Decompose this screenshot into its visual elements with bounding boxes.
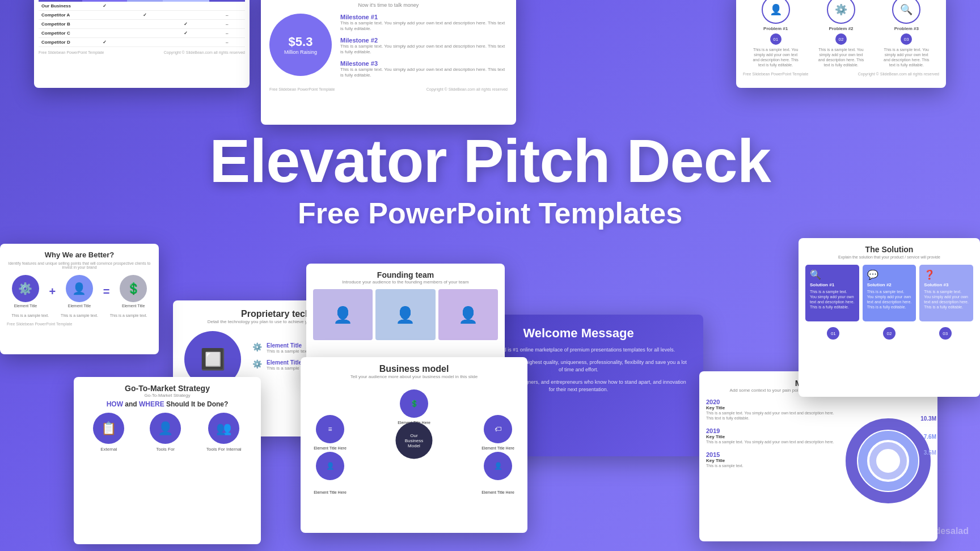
solution-card-1-title: Solution #1 [810, 282, 855, 287]
solution-card-3-text: This is a sample text. You simply add yo… [924, 289, 969, 310]
better-desc-1: This is a sample text. [11, 313, 49, 317]
main-title-area: Elevator Pitch Deck Free PowerPoint Temp… [209, 130, 770, 230]
milestones-circle: $5.3 Million Raising [269, 14, 332, 76]
biz-node-btm-right: 👤 [484, 452, 512, 480]
problem-1-desc: This is a sample text. You simply add yo… [750, 47, 801, 67]
better-desc-3: This is a sample text. [110, 313, 147, 317]
milestone-2-title: Milestone #2 [340, 37, 508, 44]
better-icon-2: 👤 [66, 275, 93, 302]
gtm-icon-2: 👤 Tools For [150, 413, 181, 452]
milestones-footer-right: Copyright © SlideBean.com all rights res… [426, 87, 508, 91]
solution-cards: 🔍 Solution #1 This is a sample text. You… [805, 265, 973, 321]
founding-subtitle: Introduce your audience to the founding … [313, 279, 498, 285]
problems-footer-right: Copyright © SlideBean.com all rights res… [858, 72, 939, 76]
solution-card-1-text: This is a sample text. You simply add yo… [810, 289, 855, 310]
market-year-2020: 2020 Key Title This is a sample text. Yo… [706, 399, 840, 421]
slide-business: Business model Tell your audience more a… [301, 357, 527, 533]
founding-title: Founding team [313, 270, 498, 279]
biz-subtitle: Tell your audience more about your busin… [307, 374, 521, 379]
better-label-1: Element Title [14, 304, 37, 308]
market-list: 2020 Key Title This is a sample text. Yo… [706, 399, 840, 514]
problem-2-box: ⚙️ Problem #2 02 This is a sample text. … [816, 0, 867, 67]
better-plus: + [49, 285, 56, 298]
gtm-question: HOW and WHERE Should It be Done? [81, 400, 254, 408]
gtm-circle-3: 👥 [208, 413, 239, 444]
problem-1-num: 01 [770, 33, 782, 45]
market-year-2015: 2015 Key Title This is a sample text. [706, 451, 840, 468]
better-label-3: Element Title [122, 304, 145, 308]
gtm-circle-1: 📋 [93, 413, 124, 444]
problem-2-icon: ⚙️ [827, 0, 855, 24]
problem-2-num: 02 [835, 33, 847, 45]
biz-title: Business model [307, 364, 521, 374]
comp-footer-right: Copyright © SlideBean.com all rights res… [164, 50, 245, 54]
biz-center: Our Business Model [396, 422, 433, 459]
biz-node-right-label: Element Title Here [478, 446, 518, 450]
solution-card-2-icon: 💬 [867, 269, 912, 280]
slide-problems: 👤 Problem #1 01 This is a sample text. Y… [736, 0, 946, 88]
biz-node-btm-right-label: Element Title Here [478, 490, 518, 494]
biz-node-btm-left-label: Element Title Here [310, 490, 350, 494]
biz-node-right: 🏷 [484, 415, 512, 443]
better-desc-2: This is a sample text. [61, 313, 98, 317]
slide-solution: The Solution Explain the solution that y… [799, 238, 980, 397]
solution-num-1: 01 [827, 327, 839, 340]
svg-point-2 [873, 446, 903, 476]
slide-market: Market Size Add some context to your pai… [699, 371, 937, 541]
solution-title: The Solution [805, 245, 973, 254]
main-subtitle: Free PowerPoint Templates [209, 196, 770, 230]
milestone-3-text: This is a sample text. You simply add yo… [340, 67, 508, 79]
milestone-1-title: Milestone #1 [340, 14, 508, 20]
slide-better: Why We are Better? Identify features and… [0, 244, 159, 354]
problems-footer-left: Free Slidebean PowerPoint Template [743, 72, 808, 76]
slide-milestones: Money, milestones Now it's time to talk … [261, 0, 516, 125]
better-equals: = [103, 285, 110, 298]
biz-node-btm-left: 👤 [316, 452, 344, 480]
founding-photo-2: 👤 [375, 289, 435, 340]
milestone-1-text: This is a sample text. You simply add yo… [340, 20, 508, 32]
solution-card-1-icon: 🔍 [810, 269, 855, 280]
biz-node-left-label: Element Title Here [310, 446, 350, 450]
market-val-1: 10.3M [920, 416, 936, 422]
gtm-label-2: Tools For [156, 447, 175, 452]
gtm-circle-2: 👤 [150, 413, 181, 444]
problem-2-desc: This is a sample text. You simply add yo… [816, 47, 867, 67]
problem-3-label: Problem #3 [894, 26, 919, 31]
gtm-subtitle: Go-To-Market Strategy [81, 393, 254, 398]
solution-nums: 01 02 03 [805, 327, 973, 340]
solution-subtitle: Explain the solution that your product /… [805, 255, 973, 259]
milestones-footer-left: Free Slidebean PowerPoint Template [269, 87, 335, 91]
problem-1-box: 👤 Problem #1 01 This is a sample text. Y… [750, 0, 801, 67]
founding-photo-3: 👤 [438, 289, 498, 340]
main-title: Elevator Pitch Deck [209, 130, 770, 192]
problem-3-desc: This is a sample text. You simply add yo… [881, 47, 932, 67]
solution-num-3: 03 [939, 327, 952, 340]
gtm-icon-3: 👥 Tools For Internal [206, 413, 242, 452]
market-val-2: 7.6M [924, 434, 936, 440]
problem-2-label: Problem #2 [829, 26, 853, 31]
comp-footer-left: Free Slidebean PowerPoint Template [39, 50, 104, 54]
solution-card-3-icon: ❓ [924, 269, 969, 280]
solution-card-3: ❓ Solution #3 This is a sample text. You… [919, 265, 973, 321]
solution-card-2-title: Solution #2 [867, 282, 912, 287]
biz-node-left: ≡ [316, 415, 344, 443]
better-icon-3: 💲 [120, 275, 147, 302]
solution-card-1: 🔍 Solution #1 This is a sample text. You… [805, 265, 859, 321]
gtm-label-1: External [100, 447, 117, 452]
better-label-2: Element Title [68, 304, 91, 308]
market-val-3: 3.5M [924, 450, 936, 456]
market-year-2019: 2019 Key Title This is a sample text. Yo… [706, 427, 840, 444]
milestone-2-text: This is a sample text. You simply add yo… [340, 44, 508, 56]
founding-photo-1: 👤 [313, 289, 373, 340]
milestones-subtitle: Now it's time to talk money [269, 2, 508, 8]
slide-competitors: Competitors Market Leader Challenger Nic… [34, 0, 250, 88]
milestone-3-title: Milestone #3 [340, 60, 508, 67]
solution-card-2-text: This is a sample text. You simply add yo… [867, 289, 912, 310]
solution-card-2: 💬 Solution #2 This is a sample text. You… [863, 265, 916, 321]
better-icon-1: ⚙️ [12, 275, 39, 302]
biz-node-top: 💲 [400, 389, 428, 418]
market-chart [846, 399, 931, 512]
problem-1-icon: 👤 [762, 0, 790, 24]
gtm-title: Go-To-Market Strategy [81, 384, 254, 393]
problem-1-label: Problem #1 [763, 26, 788, 31]
